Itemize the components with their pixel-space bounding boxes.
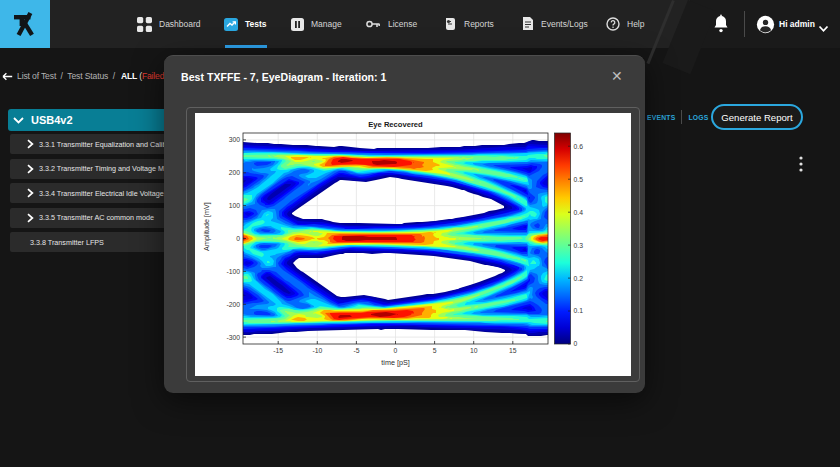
svg-text:200: 200 — [229, 169, 241, 176]
svg-text:0.6: 0.6 — [574, 143, 584, 150]
svg-text:0.4: 0.4 — [574, 209, 584, 216]
svg-text:0: 0 — [236, 235, 240, 242]
svg-text:0: 0 — [394, 347, 398, 354]
svg-text:-200: -200 — [226, 301, 240, 308]
svg-text:-300: -300 — [226, 334, 240, 341]
svg-text:-5: -5 — [353, 347, 359, 354]
svg-text:-100: -100 — [226, 268, 240, 275]
svg-text:0.2: 0.2 — [574, 275, 584, 282]
svg-text:time [pS]: time [pS] — [381, 358, 409, 367]
svg-text:Amplitude [mV]: Amplitude [mV] — [202, 202, 211, 251]
svg-text:0.1: 0.1 — [574, 307, 584, 314]
svg-text:15: 15 — [509, 347, 517, 354]
svg-text:0.5: 0.5 — [574, 176, 584, 183]
svg-text:0.3: 0.3 — [574, 242, 584, 249]
svg-text:-15: -15 — [273, 347, 283, 354]
svg-text:-10: -10 — [312, 347, 322, 354]
svg-text:Eye Recovered: Eye Recovered — [368, 120, 423, 129]
svg-text:5: 5 — [433, 347, 437, 354]
svg-text:0: 0 — [574, 340, 578, 347]
svg-text:100: 100 — [229, 202, 241, 209]
svg-text:10: 10 — [470, 347, 478, 354]
svg-text:300: 300 — [229, 136, 241, 143]
